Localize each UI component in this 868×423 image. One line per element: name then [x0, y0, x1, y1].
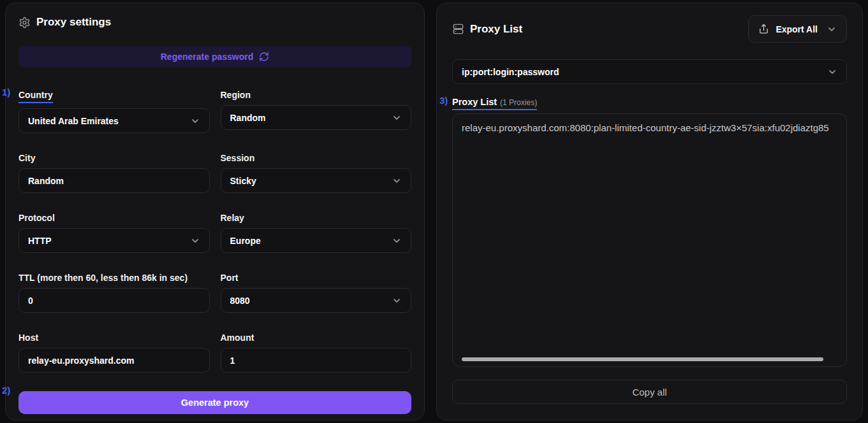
- region-value: Random: [230, 113, 266, 123]
- proxy-list-label: Proxy List (1 Proxies): [452, 97, 537, 110]
- country-select[interactable]: United Arab Emirates: [18, 108, 210, 133]
- chevron-down-icon: [392, 113, 402, 123]
- chevron-down-icon: [392, 236, 402, 246]
- host-input[interactable]: relay-eu.proxyshard.com: [18, 348, 210, 373]
- field-country: Country United Arab Emirates: [18, 89, 210, 133]
- chevron-down-icon: [190, 116, 200, 126]
- chevron-down-icon: [827, 24, 837, 34]
- port-select[interactable]: 8080: [221, 288, 412, 313]
- city-label: City: [18, 153, 35, 163]
- session-label: Session: [221, 153, 255, 163]
- ttl-label: TTL (more then 60, less then 86k in sec): [18, 273, 188, 283]
- regenerate-password-label: Regenerate password: [161, 52, 254, 62]
- field-relay: Relay Europe: [221, 212, 412, 253]
- city-value: Random: [28, 176, 64, 186]
- chevron-down-icon: [827, 67, 837, 77]
- annotation-step-3: 3): [439, 95, 448, 106]
- proxy-list-textarea[interactable]: relay-eu.proxyshard.com:8080:plan-limite…: [452, 113, 847, 367]
- proxy-settings-panel: Proxy settings Regenerate password Count…: [5, 3, 425, 420]
- relay-value: Europe: [230, 236, 261, 246]
- host-label: Host: [18, 333, 38, 343]
- amount-value: 1: [230, 355, 235, 366]
- upload-icon: [758, 24, 769, 34]
- gear-icon: [18, 17, 31, 29]
- generate-proxy-button[interactable]: Generate proxy: [18, 391, 411, 414]
- country-label: Country: [18, 90, 53, 103]
- copy-all-button[interactable]: Copy all: [452, 380, 847, 404]
- annotation-step-2: 2): [2, 385, 10, 396]
- refresh-icon: [259, 52, 269, 62]
- field-amount: Amount 1: [221, 332, 412, 373]
- panel-title-text: Proxy List: [470, 23, 522, 36]
- field-port: Port 8080: [221, 272, 412, 313]
- port-value: 8080: [230, 296, 250, 306]
- proxy-list-count: (1 Proxies): [500, 98, 537, 107]
- proxy-format-value: ip:port:login:password: [462, 67, 559, 77]
- region-label: Region: [221, 90, 251, 100]
- regenerate-password-button[interactable]: Regenerate password: [18, 46, 411, 68]
- horizontal-scrollbar[interactable]: [462, 357, 823, 361]
- field-host: Host relay-eu.proxyshard.com: [18, 332, 210, 373]
- session-value: Sticky: [230, 176, 256, 186]
- session-select[interactable]: Sticky: [221, 168, 412, 193]
- field-city: City Random: [18, 152, 210, 193]
- relay-select[interactable]: Europe: [221, 228, 412, 253]
- host-value: relay-eu.proxyshard.com: [28, 355, 135, 366]
- chevron-down-icon: [190, 236, 200, 246]
- annotation-step-1: 1): [2, 87, 10, 97]
- region-select[interactable]: Random: [221, 105, 412, 130]
- protocol-value: HTTP: [28, 236, 52, 246]
- field-ttl: TTL (more then 60, less then 86k in sec)…: [18, 272, 210, 313]
- export-all-button[interactable]: Export All: [748, 15, 847, 43]
- proxy-list-title: Proxy List: [452, 22, 522, 36]
- city-input[interactable]: Random: [18, 168, 210, 193]
- panel-title-text: Proxy settings: [36, 16, 111, 29]
- port-label: Port: [221, 273, 239, 283]
- amount-input[interactable]: 1: [221, 348, 412, 373]
- protocol-select[interactable]: HTTP: [18, 228, 210, 253]
- amount-label: Amount: [221, 333, 254, 343]
- export-all-label: Export All: [776, 24, 818, 34]
- field-protocol: Protocol HTTP: [18, 212, 210, 253]
- ttl-value: 0: [28, 296, 33, 306]
- chevron-down-icon: [392, 176, 402, 186]
- proxy-format-select[interactable]: ip:port:login:password: [452, 59, 847, 84]
- proxy-settings-title: Proxy settings: [18, 15, 411, 29]
- field-region: Region Random: [221, 89, 412, 133]
- ttl-input[interactable]: 0: [18, 288, 210, 313]
- chevron-down-icon: [392, 296, 402, 306]
- country-value: United Arab Emirates: [28, 116, 119, 126]
- proxy-list-header: Proxy List Export All: [452, 15, 847, 43]
- proxy-settings-form: Country United Arab Emirates Region Rand…: [18, 89, 411, 373]
- relay-label: Relay: [221, 213, 244, 223]
- field-session: Session Sticky: [221, 152, 412, 193]
- proxy-line: relay-eu.proxyshard.com:8080:plan-limite…: [462, 122, 837, 133]
- proxy-list-panel: Proxy List Export All ip:port:login:pass…: [436, 3, 863, 420]
- proxy-list-label-text: Proxy List: [452, 97, 497, 107]
- proxy-list-label-row: Proxy List (1 Proxies): [452, 96, 847, 108]
- server-icon: [452, 23, 464, 35]
- protocol-label: Protocol: [18, 213, 55, 223]
